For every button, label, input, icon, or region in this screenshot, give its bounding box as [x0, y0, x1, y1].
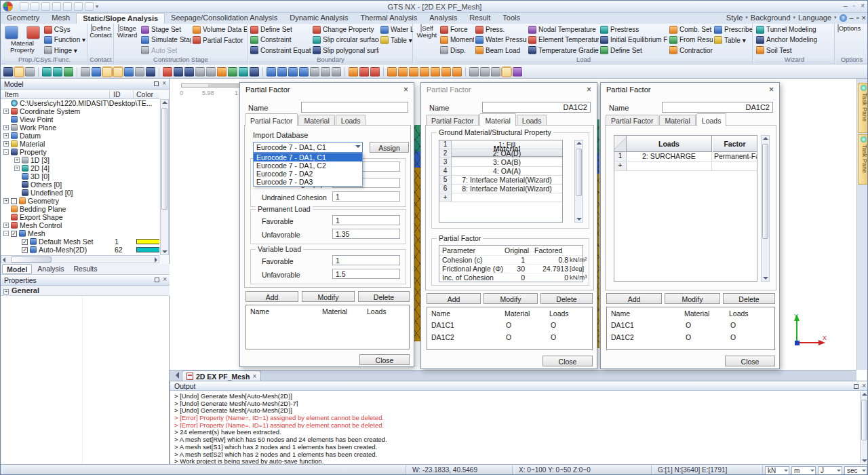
dropdown-option[interactable]: Eurocode 7 - DA2: [254, 170, 362, 178]
tree-expander[interactable]: [14, 182, 20, 187]
ribbon-tab[interactable]: Analysis: [423, 13, 463, 24]
toolbar-icon[interactable]: [135, 67, 144, 77]
tree-item[interactable]: View Point: [1, 115, 159, 124]
toolbar-icon[interactable]: [344, 67, 345, 77]
tree-item[interactable]: - Mesh: [1, 229, 159, 238]
material-row[interactable]: 68: Interface Material(Wizard): [439, 185, 562, 193]
ribbon-item-slip-circular[interactable]: Slip circular surface: [311, 35, 379, 45]
toolbar-icon[interactable]: [146, 67, 155, 77]
toolbar-icon[interactable]: [321, 67, 330, 77]
toolbar-icon[interactable]: [184, 67, 194, 77]
list-row[interactable]: DA1C1 O O: [607, 321, 774, 332]
toolbar-icon[interactable]: [64, 67, 73, 77]
ribbon-tab[interactable]: Dynamic Analysis: [283, 13, 354, 24]
style-menu[interactable]: Style: [726, 14, 743, 22]
properties-general-row[interactable]: +General: [1, 286, 170, 296]
material-row[interactable]: 11: Fill: [439, 140, 562, 149]
ribbon-item-hinge[interactable]: Hinge ▾: [43, 45, 87, 56]
favorable-input[interactable]: 1: [332, 255, 400, 265]
ribbon-item-load-define-set[interactable]: Define Set: [599, 45, 668, 56]
tree-expander[interactable]: +: [3, 125, 9, 130]
ribbon-item-table[interactable]: Table ▾: [379, 35, 413, 46]
ribbon-item-load-table[interactable]: Table ▾: [713, 35, 752, 46]
options-button[interactable]: Options: [836, 24, 862, 56]
ribbon-item-volume-data-export[interactable]: Volume Data Export: [191, 24, 247, 35]
toolbar-icon[interactable]: [288, 67, 298, 77]
ribbon-item-nodal-temperature[interactable]: Nodal Temperature: [527, 24, 599, 35]
tree-item[interactable]: Export Shape: [1, 213, 159, 221]
toolbar-icon[interactable]: [262, 67, 263, 77]
material-property-button[interactable]: Material Property: [2, 24, 43, 56]
toolbar-icon[interactable]: [349, 67, 358, 77]
tree-checkbox[interactable]: [22, 247, 28, 253]
task-pane-tab[interactable]: Task Pane: [858, 134, 868, 185]
toolbar-icon[interactable]: [92, 67, 101, 77]
toolbar-icon[interactable]: [398, 67, 408, 77]
material-add-row[interactable]: +: [439, 193, 562, 202]
toolbar-icon[interactable]: [491, 67, 500, 77]
toolbar-icon[interactable]: [206, 67, 216, 77]
add-row-icon[interactable]: +: [614, 162, 627, 170]
tree-item[interactable]: + Geometry: [1, 197, 159, 205]
tree-vertical-scrollbar[interactable]: [160, 99, 169, 255]
tree-expander[interactable]: [14, 247, 20, 252]
scroll-down-icon[interactable]: [763, 277, 768, 280]
ribbon-item-initial-equilibrium-force[interactable]: Initial Equilibrium Force: [599, 35, 668, 45]
list-row[interactable]: DA1C2 O O: [427, 333, 592, 344]
ribbon-minimize-icon[interactable]: –: [850, 14, 854, 22]
close-icon[interactable]: ×: [862, 382, 866, 390]
ribbon-item-press[interactable]: Press.: [474, 24, 527, 35]
tree-expander[interactable]: [3, 206, 9, 212]
material-row[interactable]: 44: OA(A): [439, 167, 562, 176]
add-button[interactable]: Add: [606, 293, 662, 304]
toolbar-icon[interactable]: [452, 67, 462, 77]
panel-tab[interactable]: Analysis: [33, 264, 68, 274]
scroll-down-icon[interactable]: [862, 459, 867, 462]
tab-nav-left-icon[interactable]: [172, 372, 179, 379]
close-icon[interactable]: ×: [252, 373, 256, 380]
toolbar-icon[interactable]: [239, 67, 248, 77]
scroll-left-icon[interactable]: [3, 257, 5, 263]
ribbon-item-water-pressure[interactable]: Water Pressure: [474, 35, 527, 45]
ribbon-tab[interactable]: Static/Slope Analysis: [76, 13, 165, 24]
scroll-right-icon[interactable]: [155, 257, 157, 263]
delete-button[interactable]: Delete: [358, 291, 410, 302]
toolbar-icon[interactable]: [42, 67, 52, 77]
ribbon-item-disp[interactable]: Disp.: [439, 45, 474, 56]
delete-button[interactable]: Delete: [723, 293, 775, 304]
scroll-up-icon[interactable]: [576, 142, 582, 145]
material-row[interactable]: 33: OA(B): [439, 158, 562, 167]
ribbon-restore-icon[interactable]: ▫: [856, 14, 859, 22]
loads-table[interactable]: Loads Factor 1 2: SURCHARGE Permanent-Fa…: [614, 135, 757, 282]
tree-expander[interactable]: +: [3, 223, 9, 228]
pin-icon[interactable]: [154, 81, 159, 86]
output-scrollbar[interactable]: [860, 392, 868, 463]
viewport-tab[interactable]: 2D EX PF_Mesh ×: [182, 370, 261, 381]
tree-expander[interactable]: [14, 190, 20, 195]
ribbon-item-temperature-gradient[interactable]: Temperature Gradient: [527, 45, 599, 56]
tree-item[interactable]: + Datum: [1, 132, 159, 140]
add-button[interactable]: Add: [427, 293, 481, 304]
tree-item[interactable]: Bedding Plane: [1, 205, 159, 213]
close-button[interactable]: Close: [542, 356, 593, 366]
tree-item[interactable]: Default Mesh Set 1: [1, 238, 159, 246]
ribbon-tab[interactable]: Tools: [496, 13, 526, 24]
tab-loads[interactable]: Loads: [696, 113, 727, 126]
tab-material[interactable]: Material: [479, 113, 515, 126]
toolbar-icon[interactable]: [53, 67, 62, 77]
tree-item[interactable]: + Mesh Control: [1, 221, 159, 229]
name-input[interactable]: [301, 102, 408, 113]
help-icon[interactable]: ?: [840, 14, 847, 22]
tree-item[interactable]: + 1D [3]: [1, 156, 159, 164]
ribbon-tab[interactable]: Seepage/Consolidation Analysis: [165, 13, 283, 24]
tree-expander[interactable]: [3, 100, 9, 106]
unit-energy-select[interactable]: J: [818, 466, 842, 475]
minimize-icon[interactable]: –: [844, 2, 848, 10]
toolbar-icon[interactable]: [387, 67, 397, 77]
ribbon-item-change-property[interactable]: Change Property: [311, 24, 379, 35]
toolbar-icon[interactable]: [38, 67, 39, 77]
ribbon-item-prescribed-strain[interactable]: Prescribed strain: [713, 24, 752, 35]
toolbar-icon[interactable]: [163, 67, 172, 77]
tree-item[interactable]: Others [0]: [1, 180, 159, 189]
unfavorable-input[interactable]: 1.5: [332, 269, 400, 279]
